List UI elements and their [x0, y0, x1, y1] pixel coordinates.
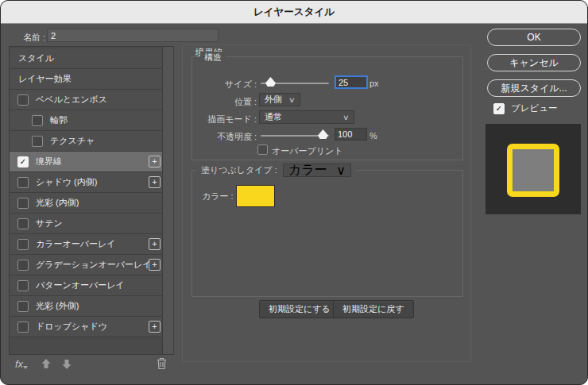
- sidebar-item-label: 光彩 (外側): [36, 300, 79, 312]
- size-unit: px: [369, 79, 379, 88]
- effects-list: スタイル レイヤー効果 ベベルとエンボス 輪郭 テクスチャ ✓境界線+ シャドウ…: [9, 46, 174, 355]
- opacity-input[interactable]: [335, 128, 367, 141]
- effect-checkbox[interactable]: [32, 115, 43, 126]
- add-effect-plus-button[interactable]: +: [149, 176, 161, 188]
- preview-thumbnail: [485, 124, 581, 214]
- effect-checkbox[interactable]: [17, 321, 29, 333]
- overprint-checkbox[interactable]: [257, 144, 268, 155]
- fill-type-label: 塗りつぶしタイプ :: [201, 164, 277, 176]
- sidebar-item-label: カラーオーバーレイ: [36, 238, 116, 250]
- size-input[interactable]: [335, 75, 368, 89]
- opacity-unit: %: [369, 131, 377, 141]
- sidebar-item-label: シャドウ (内側): [36, 176, 97, 188]
- effect-checkbox[interactable]: ✓: [17, 156, 29, 167]
- new-style-label: 新規スタイル...: [501, 82, 567, 95]
- title-bar[interactable]: レイヤースタイル: [1, 1, 587, 24]
- effect-checkbox[interactable]: [17, 218, 29, 229]
- effect-checkbox[interactable]: [17, 280, 29, 291]
- cancel-button[interactable]: キャンセル: [487, 54, 581, 71]
- sidebar-item-color-overlay[interactable]: カラーオーバーレイ+: [10, 234, 163, 255]
- name-label: 名前 :: [23, 32, 45, 44]
- trash-icon[interactable]: [156, 356, 168, 370]
- layer-style-dialog: レイヤースタイル 名前 : スタイル レイヤー効果 ベベルとエンボス 輪郭 テク…: [0, 0, 588, 385]
- sidebar-item-label: スタイル: [18, 52, 54, 64]
- fill-group: [191, 170, 463, 297]
- sidebar-item-label: ドロップシャドウ: [36, 321, 107, 333]
- sidebar-item-label: サテン: [36, 218, 63, 229]
- effect-checkbox[interactable]: [32, 136, 43, 147]
- sidebar-item-satin[interactable]: サテン: [10, 214, 163, 234]
- sidebar-item-label: ベベルとエンボス: [36, 94, 107, 106]
- add-effect-plus-button[interactable]: +: [149, 259, 161, 271]
- effect-checkbox[interactable]: [17, 260, 29, 271]
- sidebar-item-inner-shadow[interactable]: シャドウ (内側)+: [10, 172, 163, 193]
- chevron-down-icon: ∨: [288, 96, 296, 104]
- chevron-down-icon: ∨: [342, 114, 350, 121]
- ok-button[interactable]: OK: [487, 29, 581, 46]
- sidebar-item-inner-glow[interactable]: 光彩 (内側): [10, 193, 163, 214]
- sidebar-item-stroke[interactable]: ✓境界線+: [10, 152, 163, 172]
- make-default-button[interactable]: 初期設定にする: [259, 300, 340, 318]
- blend-mode-label: 描画モード :: [190, 114, 257, 125]
- sidebar-item-drop-shadow[interactable]: ドロップシャドウ+: [10, 317, 163, 337]
- sidebar-item-texture[interactable]: テクスチャ: [10, 131, 163, 152]
- reset-default-label: 初期設定に戻す: [342, 303, 404, 315]
- list-scrollbar[interactable]: [162, 47, 173, 354]
- reset-default-button[interactable]: 初期設定に戻す: [333, 300, 414, 318]
- preview-label: プレビュー: [511, 102, 558, 114]
- fx-icon[interactable]: fx: [15, 358, 23, 370]
- sidebar-item-label: テクスチャ: [50, 135, 95, 147]
- effect-checkbox[interactable]: [17, 301, 29, 312]
- effect-checkbox[interactable]: [17, 198, 29, 209]
- sidebar-item-outer-glow[interactable]: 光彩 (外側): [10, 296, 163, 317]
- color-label: カラー :: [202, 191, 234, 202]
- new-style-button[interactable]: 新規スタイル...: [487, 79, 581, 97]
- move-down-icon[interactable]: [61, 358, 72, 370]
- size-label: サイズ :: [190, 79, 257, 90]
- dialog-window: レイヤースタイル 名前 : スタイル レイヤー効果 ベベルとエンボス 輪郭 テク…: [0, 0, 588, 385]
- structure-legend: 構造: [200, 52, 226, 64]
- sidebar-item-bevel-emboss[interactable]: ベベルとエンボス: [10, 90, 163, 110]
- add-effect-plus-button[interactable]: +: [149, 321, 161, 333]
- ok-label: OK: [527, 32, 540, 43]
- sidebar-item-label: レイヤー効果: [18, 73, 72, 85]
- position-value: 外側: [265, 94, 282, 106]
- preview-stroke-shape: [507, 144, 559, 197]
- make-default-label: 初期設定にする: [269, 303, 331, 315]
- move-up-icon[interactable]: [41, 358, 52, 370]
- fill-type-row: 塗りつぶしタイプ : カラー ∨: [196, 163, 356, 177]
- effect-checkbox[interactable]: [17, 94, 29, 106]
- effect-checkbox[interactable]: [17, 239, 29, 250]
- sidebar-item-styles[interactable]: スタイル: [10, 48, 163, 69]
- chevron-down-icon: ∨: [336, 163, 346, 178]
- list-footer: fx: [9, 356, 174, 374]
- opacity-label: 不透明度 :: [190, 131, 257, 143]
- add-effect-plus-button[interactable]: +: [149, 238, 161, 250]
- cancel-label: キャンセル: [509, 56, 558, 70]
- effect-checkbox[interactable]: [17, 177, 29, 188]
- position-select[interactable]: 外側 ∨: [259, 93, 300, 106]
- color-swatch[interactable]: [236, 185, 275, 207]
- dialog-title: レイヤースタイル: [253, 6, 335, 19]
- sidebar-item-label: 輪郭: [50, 114, 68, 126]
- sidebar-item-gradient-overlay[interactable]: グラデーションオーバーレイ+: [10, 255, 163, 275]
- sidebar-item-blending-options[interactable]: レイヤー効果: [10, 69, 163, 90]
- preview-checkbox[interactable]: ✓: [493, 103, 505, 114]
- sidebar-item-label: パターンオーバーレイ: [36, 279, 125, 291]
- add-effect-plus-button[interactable]: +: [149, 156, 161, 167]
- preview-toggle: ✓ プレビュー: [493, 102, 558, 114]
- blend-mode-select[interactable]: 通常 ∨: [259, 110, 354, 124]
- name-input[interactable]: [47, 29, 219, 42]
- sidebar-item-contour[interactable]: 輪郭: [10, 110, 163, 131]
- fill-type-value: カラー: [288, 162, 327, 179]
- sidebar-item-label: 境界線: [36, 156, 62, 167]
- sidebar-item-label: 光彩 (内側): [36, 197, 79, 209]
- fill-type-select[interactable]: カラー ∨: [283, 164, 351, 177]
- sidebar-item-pattern-overlay[interactable]: パターンオーバーレイ: [10, 275, 163, 296]
- blend-mode-value: 通常: [265, 111, 282, 123]
- position-label: 位置 :: [190, 96, 257, 108]
- sidebar-item-label: グラデーションオーバーレイ: [36, 259, 152, 271]
- overprint-label: オーバープリント: [272, 145, 343, 157]
- check-icon: ✓: [20, 158, 26, 166]
